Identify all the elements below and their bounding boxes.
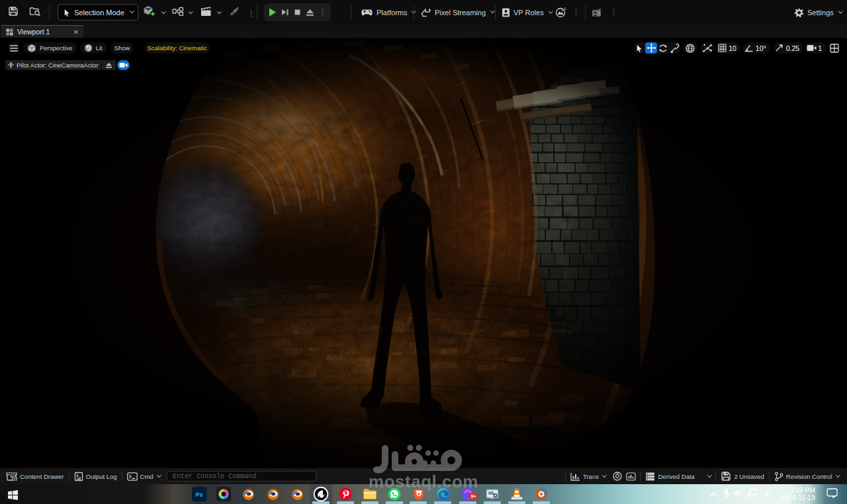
svg-text:Ps: Ps <box>195 491 202 498</box>
